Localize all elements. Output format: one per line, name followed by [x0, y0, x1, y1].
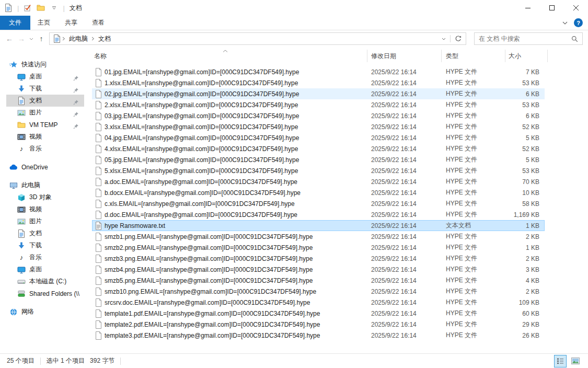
file-size: 6 KB — [505, 112, 544, 120]
recent-locations-chevron-icon[interactable] — [29, 38, 33, 40]
file-row[interactable]: d.doc.EMAIL=[ranshype@gmail.com]ID=[000C… — [92, 209, 545, 220]
tab-home[interactable]: 主页 — [30, 16, 57, 30]
file-row[interactable]: b.docx.EMAIL=[ranshype@gmail.com]ID=[000… — [92, 187, 545, 198]
file-row[interactable]: smzb3.png.EMAIL=[ranshype@gmail.com]ID=[… — [92, 253, 545, 264]
sidebar-item-documents[interactable]: 文档 — [6, 227, 84, 239]
navigation-bar: ← → ↑ 此电脑 文档 在 文档 中搜索 — [0, 30, 588, 47]
tab-view[interactable]: 查看 — [85, 16, 112, 30]
help-icon[interactable]: ? — [574, 18, 583, 27]
breadcrumb-this-pc[interactable]: 此电脑 — [66, 34, 90, 43]
sidebar-item-vm-temp[interactable]: VM TEMP — [6, 119, 84, 131]
details-view-button[interactable] — [555, 355, 566, 367]
sidebar-item-desktop[interactable]: 桌面 — [6, 71, 84, 83]
back-icon[interactable]: ← — [5, 35, 14, 42]
large-icons-view-button[interactable] — [570, 355, 581, 367]
file-row[interactable]: smzb2.png.EMAIL=[ranshype@gmail.com]ID=[… — [92, 242, 545, 253]
file-size: 2 KB — [505, 288, 544, 295]
tab-file[interactable]: 文件 — [0, 16, 30, 30]
sidebar-group-quick-access[interactable]: 快速访问 — [6, 59, 84, 71]
sidebar-item-shared-folders[interactable]: Shared Folders (\\ — [6, 288, 84, 300]
sidebar-item-label: 下载 — [29, 241, 42, 250]
file-size: 1,169 KB — [505, 211, 544, 218]
sort-ascending-icon[interactable] — [223, 50, 228, 52]
file-name: smzb5.png.EMAIL=[ranshype@gmail.com]ID=[… — [105, 277, 367, 284]
file-type: HYPE 文件 — [442, 254, 505, 263]
sidebar-item-pictures[interactable]: 图片 — [6, 107, 84, 119]
file-row[interactable]: srcsrv.doc.EMAIL=[ranshype@gmail.com]ID=… — [92, 297, 545, 308]
column-header-date[interactable]: 修改日期 — [367, 50, 442, 62]
file-row[interactable]: 2.xlsx.EMAIL=[ranshype@gmail.com]ID=[000… — [92, 99, 545, 110]
generic-file-icon — [92, 200, 105, 208]
file-row[interactable]: 3.xlsx.EMAIL=[ranshype@gmail.com]ID=[000… — [92, 121, 545, 132]
address-dropdown-chevron-icon[interactable] — [442, 38, 446, 40]
qat-check-icon[interactable] — [24, 4, 32, 12]
file-row[interactable]: template2.pdf.EMAIL=[ranshype@gmail.com]… — [92, 319, 545, 330]
file-row[interactable]: c.xls.EMAIL=[ranshype@gmail.com]ID=[000C… — [92, 198, 545, 209]
breadcrumb-chevron-icon[interactable] — [91, 37, 95, 41]
file-row[interactable]: smzb10.png.EMAIL=[ranshype@gmail.com]ID=… — [92, 286, 545, 297]
address-bar[interactable]: 此电脑 文档 — [49, 32, 466, 45]
sidebar-item-videos[interactable]: 视频 — [6, 131, 84, 143]
qat-customize-chevron-icon[interactable] — [50, 4, 58, 12]
file-row[interactable]: 05.jpg.EMAIL=[ranshype@gmail.com]ID=[000… — [92, 154, 545, 165]
file-row[interactable]: 03.jpg.EMAIL=[ranshype@gmail.com]ID=[000… — [92, 110, 545, 121]
file-row[interactable]: 1.xlsx.EMAIL=[ranshype@gmail.com]ID=[000… — [92, 77, 545, 88]
sidebar-item-local-disk-c[interactable]: 本地磁盘 (C:) — [6, 275, 84, 288]
maximize-button[interactable] — [540, 0, 564, 16]
close-button[interactable] — [564, 0, 588, 16]
file-row[interactable]: hype Ransmoware.txt2025/9/22 16:14文本文档1 … — [92, 220, 545, 231]
refresh-icon[interactable] — [455, 36, 462, 42]
pin-icon — [72, 110, 80, 118]
sidebar-group-onedrive[interactable]: OneDrive — [6, 161, 84, 173]
column-headers: 名称修改日期类型大小 — [92, 50, 588, 64]
search-icon[interactable] — [571, 36, 578, 42]
sidebar-item-videos[interactable]: 视频 — [6, 203, 84, 215]
file-type: HYPE 文件 — [442, 320, 505, 329]
file-row[interactable]: 5.xlsx.EMAIL=[ranshype@gmail.com]ID=[000… — [92, 165, 545, 176]
sidebar-group-label: 快速访问 — [21, 60, 47, 69]
sidebar-item-music[interactable]: ♪音乐 — [6, 251, 84, 263]
sidebar-item-music[interactable]: ♪音乐 — [6, 143, 84, 155]
sidebar-item-3d-objects[interactable]: 3D 对象 — [6, 191, 84, 203]
search-input[interactable]: 在 文档 中搜索 — [474, 32, 583, 45]
file-date: 2025/9/22 16:14 — [367, 167, 442, 175]
file-row[interactable]: 4.xlsx.EMAIL=[ranshype@gmail.com]ID=[000… — [92, 143, 545, 154]
music-icon: ♪ — [17, 254, 26, 262]
generic-file-icon — [92, 244, 105, 252]
sidebar-item-documents[interactable]: 文档 — [6, 95, 84, 107]
file-date: 2025/9/22 16:14 — [367, 288, 442, 295]
sidebar-group-network[interactable]: 网络 — [6, 306, 84, 318]
file-row[interactable]: smzb5.png.EMAIL=[ranshype@gmail.com]ID=[… — [92, 275, 545, 286]
file-row[interactable]: template1.pdf.EMAIL=[ranshype@gmail.com]… — [92, 308, 545, 319]
sidebar-group-this-pc[interactable]: 此电脑 — [6, 179, 84, 191]
ribbon-collapse-chevron-icon[interactable] — [562, 21, 568, 25]
file-row[interactable]: 01.jpg.EMAIL=[ranshype@gmail.com]ID=[000… — [92, 66, 545, 77]
file-date: 2025/9/22 16:14 — [367, 156, 442, 164]
file-row[interactable]: smzb1.png.EMAIL=[ranshype@gmail.com]ID=[… — [92, 231, 545, 242]
tab-share[interactable]: 共享 — [57, 16, 85, 30]
file-row[interactable]: 04.jpg.EMAIL=[ranshype@gmail.com]ID=[000… — [92, 132, 545, 143]
file-row[interactable]: 02.jpg.EMAIL=[ranshype@gmail.com]ID=[000… — [92, 88, 545, 99]
breadcrumb-chevron-icon[interactable] — [62, 37, 65, 41]
sidebar-item-desktop[interactable]: 桌面 — [6, 263, 84, 275]
column-header-name[interactable]: 名称 — [92, 50, 367, 62]
breadcrumb-documents[interactable]: 文档 — [96, 34, 113, 43]
file-size: 53 KB — [505, 79, 544, 87]
sidebar-item-pictures[interactable]: 图片 — [6, 215, 84, 227]
sidebar-item-downloads[interactable]: 下载 — [6, 83, 84, 95]
qat-new-folder-icon[interactable] — [37, 4, 45, 12]
minimize-button[interactable] — [516, 0, 540, 16]
column-header-size[interactable]: 大小 — [505, 50, 548, 62]
onedrive-icon — [9, 163, 18, 171]
file-row[interactable]: template3.pdf.EMAIL=[ranshype@gmail.com]… — [92, 330, 545, 341]
sidebar: 快速访问桌面下载文档图片VM TEMP视频♪音乐OneDrive此电脑3D 对象… — [0, 47, 85, 353]
up-icon[interactable]: ↑ — [37, 35, 45, 42]
file-date: 2025/9/22 16:14 — [367, 211, 442, 218]
file-row[interactable]: a.doc.EMAIL=[ranshype@gmail.com]ID=[000C… — [92, 176, 545, 187]
item-count: 25 个项目 — [7, 356, 34, 365]
file-row[interactable]: smzb4.png.EMAIL=[ranshype@gmail.com]ID=[… — [92, 264, 545, 275]
forward-icon[interactable]: → — [17, 35, 26, 42]
sidebar-item-downloads[interactable]: 下载 — [6, 239, 84, 251]
generic-file-icon — [92, 266, 105, 274]
column-header-type[interactable]: 类型 — [442, 50, 505, 62]
